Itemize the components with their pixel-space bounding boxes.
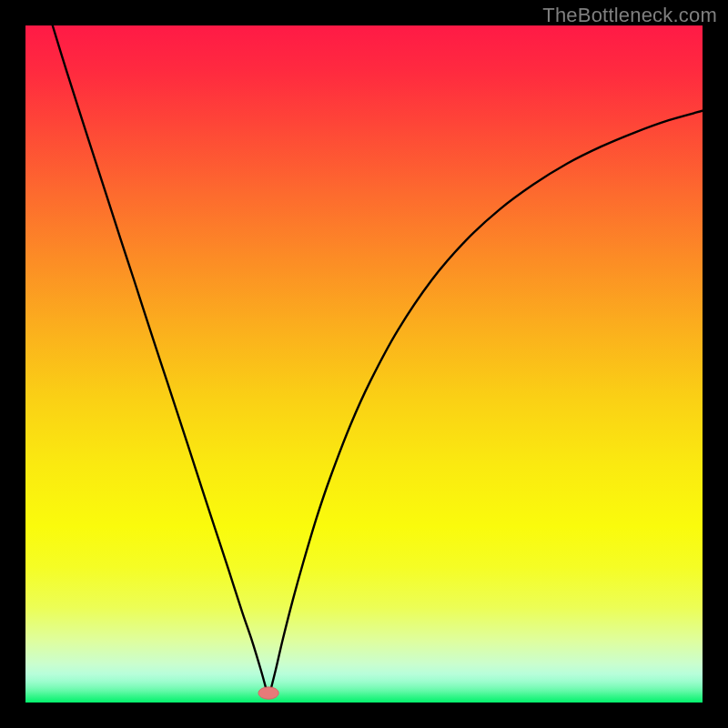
watermark-text: TheBottleneck.com [542,4,717,27]
plot-area [25,25,703,703]
gradient-background [25,25,703,703]
chart-svg [25,25,703,703]
minimum-marker [258,687,278,699]
chart-frame: TheBottleneck.com [0,0,728,728]
